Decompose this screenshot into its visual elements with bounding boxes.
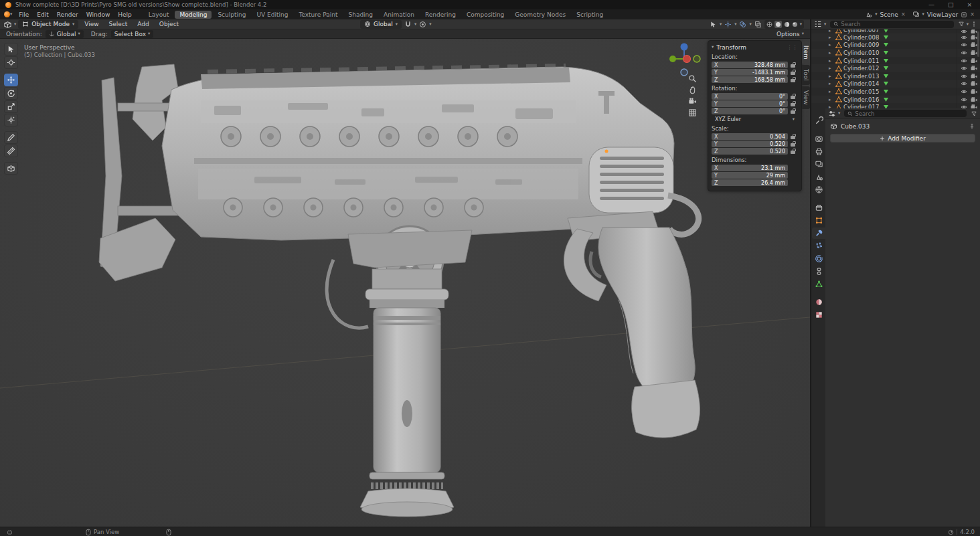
editor-type-3d-viewport-icon[interactable] <box>3 20 12 29</box>
tool-scale[interactable] <box>4 100 18 113</box>
expand-icon[interactable]: ▸ <box>829 74 834 79</box>
tab-physics[interactable] <box>812 253 825 264</box>
location-x-field[interactable]: X328.48 mm <box>712 62 788 68</box>
expand-icon[interactable]: ▸ <box>829 81 834 86</box>
viewlayer-name[interactable]: ViewLayer <box>927 11 958 18</box>
hide-eye-icon[interactable] <box>961 74 967 79</box>
render-visibility-icon[interactable] <box>971 81 977 86</box>
viewlayer-browse-icon[interactable] <box>912 11 920 18</box>
menu-file[interactable]: File <box>15 11 33 19</box>
expand-icon[interactable]: ▸ <box>829 42 834 48</box>
outliner-row[interactable]: ▸Cylinder.010 <box>811 49 980 57</box>
workspace-tab-uv-editing[interactable]: UV Editing <box>252 11 293 19</box>
add-modifier-button[interactable]: Add Modifier <box>830 134 975 143</box>
scale-z-field[interactable]: Z0.520 <box>712 148 788 155</box>
close-button[interactable]: × <box>967 1 972 8</box>
lock-rotation-y-icon[interactable] <box>788 101 798 106</box>
mode-selector[interactable]: Object Mode ▾ <box>18 20 78 29</box>
workspace-tab-geometry-nodes[interactable]: Geometry Nodes <box>510 11 570 19</box>
minimize-button[interactable]: — <box>928 1 934 8</box>
location-z-field[interactable]: Z168.58 mm <box>712 76 788 83</box>
scale-y-field[interactable]: Y0.520 <box>712 141 788 147</box>
outliner-row[interactable]: ▸Cylinder.009 <box>811 41 980 50</box>
shading-wireframe-icon[interactable] <box>766 21 772 27</box>
workspace-tab-layout[interactable]: Layout <box>144 11 174 19</box>
tool-rotate[interactable] <box>4 87 18 100</box>
viewlayer-new-icon[interactable] <box>961 11 967 18</box>
chevron-down-icon[interactable]: ▾ <box>838 111 840 116</box>
tool-select-box[interactable] <box>4 43 18 56</box>
render-visibility-icon[interactable] <box>971 66 977 71</box>
menu-object[interactable]: Object <box>155 20 183 28</box>
filter-icon[interactable] <box>971 110 977 117</box>
navigation-gizmo[interactable] <box>664 40 704 79</box>
hide-eye-icon[interactable] <box>961 42 967 48</box>
expand-icon[interactable]: ▸ <box>829 89 834 94</box>
proportional-editing-icon[interactable] <box>419 21 426 28</box>
expand-icon[interactable]: ▸ <box>829 58 834 64</box>
panel-grip-icon[interactable]: ⋮⋮ <box>787 45 798 50</box>
render-visibility-icon[interactable] <box>971 42 977 48</box>
workspace-tab-scripting[interactable]: Scripting <box>572 11 608 19</box>
object-name[interactable]: Cylinder.010 <box>843 50 882 56</box>
lock-scale-y-icon[interactable] <box>788 141 798 147</box>
blender-menu-icon[interactable]: ▾ <box>4 11 12 17</box>
tab-scene[interactable] <box>812 171 825 183</box>
chevron-down-icon[interactable]: ▾ <box>967 22 969 27</box>
outliner-row[interactable]: ▸Cylinder.014 <box>811 80 980 88</box>
show-overlays-icon[interactable] <box>739 21 746 28</box>
lock-scale-z-icon[interactable] <box>788 149 798 154</box>
expand-icon[interactable]: ▸ <box>829 97 834 102</box>
location-y-field[interactable]: Y-1483.1 mm <box>712 69 788 76</box>
show-gizmo-icon[interactable] <box>724 21 732 28</box>
chevron-down-icon[interactable]: ▾ <box>720 22 722 27</box>
menu-render[interactable]: Render <box>53 11 82 19</box>
tab-tool[interactable] <box>812 115 825 126</box>
tab-collection[interactable] <box>812 202 825 213</box>
hide-eye-icon[interactable] <box>961 35 967 40</box>
object-name[interactable]: Cylinder.014 <box>843 80 882 87</box>
outliner-row[interactable]: ▸Cylinder.015 <box>811 88 980 96</box>
filter-icon[interactable] <box>958 21 965 27</box>
hide-eye-icon[interactable] <box>961 81 967 86</box>
menu-add[interactable]: Add <box>133 20 153 28</box>
shading-solid-icon[interactable] <box>774 21 782 28</box>
rotation-z-field[interactable]: Z0° <box>712 108 788 114</box>
lock-location-y-icon[interactable] <box>788 70 798 75</box>
hide-eye-icon[interactable] <box>961 97 967 102</box>
scene-unlink-icon[interactable]: × <box>901 11 906 17</box>
tab-modifiers[interactable] <box>812 228 825 239</box>
properties-search[interactable] <box>844 110 967 117</box>
outliner-search-input[interactable] <box>841 21 950 27</box>
expand-icon[interactable]: ▸ <box>829 35 834 40</box>
dimensions-z-field[interactable]: Z26.4 mm <box>712 179 788 186</box>
camera-view-icon[interactable] <box>688 97 697 106</box>
menu-view[interactable]: View <box>80 20 102 28</box>
outliner-row[interactable]: ▸Cylinder.011 <box>811 57 980 65</box>
render-visibility-icon[interactable] <box>971 58 977 64</box>
hide-eye-icon[interactable] <box>961 89 967 94</box>
object-name[interactable]: Cylinder.007 <box>843 29 882 33</box>
snap-target-dropdown[interactable]: ▾ <box>414 22 416 27</box>
workspace-tab-shading[interactable]: Shading <box>343 11 378 19</box>
hide-eye-icon[interactable] <box>961 50 967 56</box>
chevron-down-icon[interactable]: ▾ <box>734 22 736 27</box>
tool-annotate[interactable] <box>4 131 18 144</box>
workspace-tab-compositing[interactable]: Compositing <box>462 11 509 19</box>
chevron-down-icon[interactable]: ▾ <box>824 22 826 27</box>
tab-constraints[interactable] <box>812 266 825 277</box>
menu-select[interactable]: Select <box>105 20 132 28</box>
properties-search-input[interactable] <box>855 110 963 117</box>
menu-edit[interactable]: Edit <box>33 11 52 19</box>
lock-rotation-x-icon[interactable] <box>788 94 798 99</box>
workspace-tab-modeling[interactable]: Modeling <box>175 11 212 19</box>
outliner-row[interactable]: ▸Cylinder.016 <box>811 96 980 104</box>
workspace-tab-rendering[interactable]: Rendering <box>420 11 461 19</box>
outliner-row[interactable]: ▸Cylinder.008 <box>811 33 980 41</box>
object-name[interactable]: Cylinder.015 <box>843 88 882 95</box>
lock-rotation-z-icon[interactable] <box>788 108 798 114</box>
object-name[interactable]: Cylinder.017 <box>843 104 882 108</box>
render-visibility-icon[interactable] <box>971 97 977 102</box>
scene-name[interactable]: Scene <box>880 11 898 18</box>
orientation-dropdown[interactable]: Global ▾ <box>46 30 84 38</box>
